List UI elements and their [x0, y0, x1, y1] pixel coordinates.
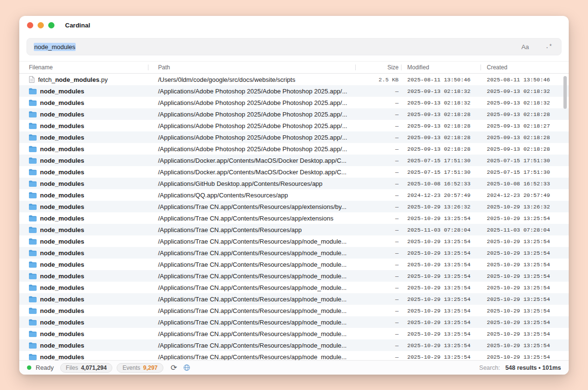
- column-header-modified[interactable]: Modified: [401, 62, 481, 73]
- row-created: 2025-10-29 13:25:54: [481, 339, 558, 351]
- row-modified: 2025-10-29 13:25:54: [401, 212, 481, 224]
- row-modified: 2025-10-29 13:26:32: [401, 201, 481, 212]
- zoom-button[interactable]: [48, 22, 54, 28]
- row-path: /Applications/Trae CN.app/Contents/Resou…: [148, 270, 356, 282]
- table-row[interactable]: node_modules /Applications/Trae CN.app/C…: [19, 224, 569, 235]
- regex-toggle[interactable]: .*: [544, 42, 554, 51]
- row-path: /Applications/Trae CN.app/Contents/Resou…: [148, 259, 356, 270]
- row-filename: node_modules: [40, 145, 84, 153]
- row-modified: 2025-10-29 13:25:54: [401, 305, 481, 316]
- table-row[interactable]: node_modules /Applications/Docker.app/Co…: [19, 166, 569, 178]
- row-filename: node_modules: [40, 226, 84, 234]
- row-created: 2025-09-13 02:18:32: [481, 97, 558, 108]
- table-row[interactable]: node_modules /Applications/Adobe Photosh…: [19, 108, 569, 120]
- ready-label: Ready: [36, 364, 54, 371]
- row-filename: node_modules: [40, 134, 84, 141]
- files-pill[interactable]: Files 4,071,294: [60, 363, 113, 373]
- folder-icon: [29, 100, 37, 106]
- table-row[interactable]: node_modules /Applications/Trae CN.app/C…: [19, 328, 569, 339]
- scrollbar-thumb[interactable]: [563, 76, 567, 109]
- table-row[interactable]: node_modules /Applications/Trae CN.app/C…: [19, 235, 569, 247]
- table-row[interactable]: node_modules /Applications/Trae CN.app/C…: [19, 293, 569, 305]
- folder-icon: [29, 134, 37, 141]
- titlebar: Cardinal: [19, 16, 569, 34]
- table-row[interactable]: node_modules /Applications/Adobe Photosh…: [19, 131, 569, 143]
- network-globe-button[interactable]: [183, 364, 190, 371]
- row-filename: node_modules: [40, 203, 84, 210]
- folder-icon: [29, 204, 37, 210]
- table-row[interactable]: node_modules /Applications/Trae CN.app/C…: [19, 247, 569, 259]
- row-filename-cell: node_modules: [19, 235, 148, 247]
- row-path: /Applications/Trae CN.app/Contents/Resou…: [148, 316, 356, 328]
- events-pill[interactable]: Events 9,297: [117, 363, 163, 373]
- folder-icon: [29, 169, 37, 175]
- row-created: 2025-10-29 13:25:54: [481, 212, 558, 224]
- row-size: —: [356, 97, 401, 108]
- row-path: /Applications/Trae CN.app/Contents/Resou…: [148, 339, 356, 351]
- table-row[interactable]: node_modules /Applications/Trae CN.app/C…: [19, 351, 569, 360]
- column-header-created[interactable]: Created: [481, 62, 558, 73]
- row-filename-cell: node_modules: [19, 293, 148, 305]
- row-filename: node_modules: [40, 99, 84, 106]
- close-button[interactable]: [27, 22, 33, 28]
- row-created: 2025-10-29 13:25:54: [481, 316, 558, 328]
- row-path: /Applications/Adobe Photoshop 2025/Adobe…: [148, 131, 356, 143]
- table-row[interactable]: node_modules /Applications/Adobe Photosh…: [19, 120, 569, 131]
- row-size: —: [356, 131, 401, 143]
- row-created: 2025-10-29 13:25:54: [481, 305, 558, 316]
- table-header: Filename Path Size Modified Created: [19, 61, 569, 74]
- row-filename-cell: node_modules: [19, 282, 148, 293]
- row-path: /Applications/Trae CN.app/Contents/Resou…: [148, 328, 356, 339]
- row-created: 2025-07-15 17:51:30: [481, 155, 558, 166]
- row-modified: 2025-07-15 17:51:30: [401, 155, 481, 166]
- table-row[interactable]: fetch_node_modules.py /Users/0ldm/code/g…: [19, 74, 569, 85]
- table-row[interactable]: node_modules /Applications/Trae CN.app/C…: [19, 212, 569, 224]
- table-row[interactable]: node_modules /Applications/Trae CN.app/C…: [19, 259, 569, 270]
- table-row[interactable]: node_modules /Applications/Docker.app/Co…: [19, 155, 569, 166]
- match-case-toggle[interactable]: Aa: [520, 42, 531, 52]
- row-created: 2025-07-15 17:51:30: [481, 166, 558, 178]
- row-size: —: [356, 201, 401, 212]
- row-modified: 2025-10-29 13:25:54: [401, 328, 481, 339]
- column-header-path[interactable]: Path: [148, 62, 356, 73]
- table-row[interactable]: node_modules /Applications/Trae CN.app/C…: [19, 316, 569, 328]
- ready-indicator-dot: [27, 365, 31, 370]
- table-row[interactable]: node_modules /Applications/Trae CN.app/C…: [19, 282, 569, 293]
- table-row[interactable]: node_modules /Applications/Trae CN.app/C…: [19, 305, 569, 316]
- row-path: /Applications/Trae CN.app/Contents/Resou…: [148, 247, 356, 259]
- row-created: 2025-10-29 13:25:54: [481, 293, 558, 305]
- column-header-size[interactable]: Size: [356, 62, 401, 73]
- row-size: —: [356, 143, 401, 155]
- refresh-button[interactable]: ⟳: [171, 364, 177, 372]
- row-created: 2024-12-23 20:57:49: [481, 189, 558, 201]
- row-filename: node_modules: [40, 261, 84, 268]
- row-modified: 2024-12-23 20:57:49: [401, 189, 481, 201]
- search-query-selected-text: node_modules: [34, 43, 76, 51]
- table-row[interactable]: node_modules /Applications/QQ.app/Conten…: [19, 189, 569, 201]
- row-created: 2025-10-29 13:25:54: [481, 259, 558, 270]
- column-header-filename[interactable]: Filename: [19, 62, 148, 73]
- row-created: 2025-09-13 02:18:28: [481, 143, 558, 155]
- table-row[interactable]: node_modules /Applications/Adobe Photosh…: [19, 97, 569, 108]
- table-row[interactable]: node_modules /Applications/Adobe Photosh…: [19, 85, 569, 97]
- row-size: —: [356, 235, 401, 247]
- row-created: 2025-09-13 02:18:28: [481, 108, 558, 120]
- row-modified: 2025-10-29 13:25:54: [401, 282, 481, 293]
- row-filename-cell: node_modules: [19, 328, 148, 339]
- table-row[interactable]: node_modules /Applications/Trae CN.app/C…: [19, 270, 569, 282]
- table-row[interactable]: node_modules /Applications/Adobe Photosh…: [19, 143, 569, 155]
- table-row[interactable]: node_modules /Applications/GitHub Deskto…: [19, 178, 569, 189]
- minimize-button[interactable]: [38, 22, 44, 28]
- search-input[interactable]: node_modules Aa .*: [27, 38, 561, 55]
- window-title: Cardinal: [65, 22, 90, 29]
- folder-icon: [29, 181, 37, 187]
- table-row[interactable]: node_modules /Applications/Trae CN.app/C…: [19, 339, 569, 351]
- row-modified: 2025-11-03 07:28:04: [401, 224, 481, 235]
- row-path: /Applications/Trae CN.app/Contents/Resou…: [148, 305, 356, 316]
- row-filename-cell: node_modules: [19, 247, 148, 259]
- table-row[interactable]: node_modules /Applications/Trae CN.app/C…: [19, 201, 569, 212]
- search-stats-value: 548 results • 101ms: [505, 364, 561, 371]
- events-label: Events: [122, 364, 140, 371]
- row-size: —: [356, 178, 401, 189]
- row-modified: 2025-07-15 17:51:30: [401, 166, 481, 178]
